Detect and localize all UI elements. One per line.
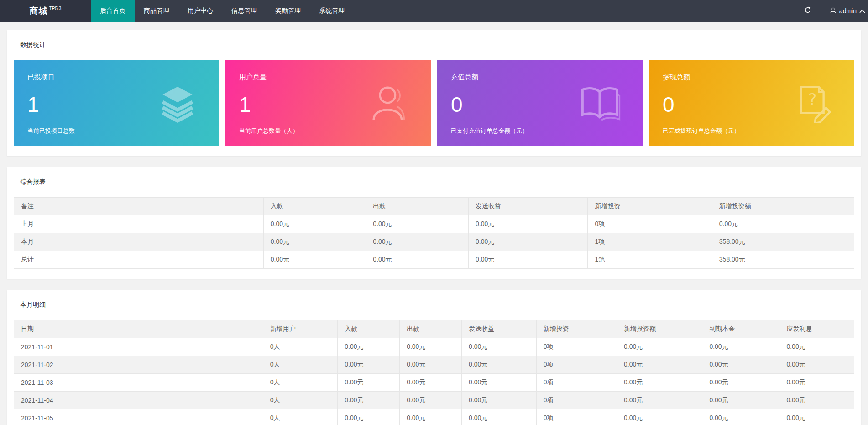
- column-header: 出款: [400, 320, 462, 338]
- detail-panel: 本月明细 日期新增用户入款出款发送收益新增投资新增投资额到期本金应发利息2021…: [7, 290, 861, 425]
- user-icon: [830, 7, 837, 15]
- table-cell: 0.00元: [462, 338, 537, 356]
- refresh-button[interactable]: [794, 0, 821, 22]
- table-cell: 0.00元: [468, 233, 587, 251]
- stat-cards-row: 已投项目1当前已投项目总数用户总量1当前用户总数量（人）充值总额0已支付充值订单…: [14, 60, 854, 146]
- table-cell: 1项: [588, 233, 712, 251]
- table-row: 2021-11-020人0.00元0.00元0.00元0项0.00元0.00元0…: [14, 356, 854, 374]
- column-header: 入款: [338, 320, 400, 338]
- table-cell: 0.00元: [400, 356, 462, 374]
- table-cell: 0.00元: [617, 392, 702, 409]
- table-cell: 0.00元: [779, 338, 854, 356]
- column-header: 发送收益: [468, 198, 587, 215]
- person-icon: [369, 83, 409, 123]
- table-cell: 0人: [263, 409, 338, 425]
- main-menu: 后台首页商品管理用户中心信息管理奖励管理系统管理: [91, 0, 794, 22]
- table-cell: 2021-11-05: [14, 409, 263, 425]
- table-cell: 0人: [263, 374, 338, 392]
- table-cell: 0项: [536, 374, 617, 392]
- report-panel: 综合报表 备注入款出款发送收益新增投资新增投资额上月0.00元0.00元0.00…: [7, 167, 861, 279]
- svg-text:?: ?: [808, 90, 817, 109]
- table-cell: 0项: [588, 215, 712, 233]
- table-cell: 0.00元: [702, 409, 779, 425]
- table-cell: 1笔: [588, 251, 712, 269]
- stat-card-desc: 当前已投项目总数: [27, 127, 205, 135]
- table-cell: 0项: [536, 409, 617, 425]
- stat-card-title: 已投项目: [27, 73, 205, 82]
- user-menu[interactable]: admin: [821, 0, 868, 22]
- table-cell: 0.00元: [263, 251, 366, 269]
- table-cell: 0.00元: [338, 356, 400, 374]
- stat-card-desc: 已支付充值订单总金额（元）: [451, 127, 629, 135]
- table-cell: 0.00元: [468, 251, 587, 269]
- chevron-up-icon: [859, 7, 865, 15]
- nav-item-1[interactable]: 商品管理: [135, 0, 178, 22]
- table-cell: 0.00元: [617, 374, 702, 392]
- detail-panel-title: 本月明细: [20, 301, 854, 309]
- table-cell: 0.00元: [462, 409, 537, 425]
- stat-card-3[interactable]: 提现总额0已完成提现订单总金额（元）?: [649, 60, 854, 146]
- table-cell: 0.00元: [468, 215, 587, 233]
- table-cell: 0.00元: [617, 356, 702, 374]
- table-cell: 0.00元: [617, 338, 702, 356]
- column-header: 日期: [14, 320, 263, 338]
- table-cell: 0.00元: [263, 215, 366, 233]
- app-version: TP5.3: [49, 6, 62, 11]
- stat-card-0[interactable]: 已投项目1当前已投项目总数: [14, 60, 219, 146]
- column-header: 备注: [14, 198, 264, 215]
- doc-question-icon: ?: [792, 83, 832, 123]
- book-icon: [579, 85, 621, 121]
- table-cell: 0.00元: [338, 374, 400, 392]
- table-row: 本月0.00元0.00元0.00元1项358.00元: [14, 233, 854, 251]
- table-cell: 0.00元: [366, 233, 469, 251]
- table-cell: 0.00元: [702, 392, 779, 409]
- table-cell: 本月: [14, 233, 264, 251]
- table-cell: 0.00元: [462, 392, 537, 409]
- table-cell: 0.00元: [617, 409, 702, 425]
- table-cell: 0.00元: [366, 251, 469, 269]
- username: admin: [839, 7, 857, 15]
- table-row: 上月0.00元0.00元0.00元0项0.00元: [14, 215, 854, 233]
- table-cell: 0.00元: [712, 215, 854, 233]
- table-cell: 358.00元: [712, 233, 854, 251]
- navbar-right: admin: [794, 0, 868, 22]
- table-cell: 上月: [14, 215, 264, 233]
- nav-item-2[interactable]: 用户中心: [178, 0, 222, 22]
- table-row: 2021-11-030人0.00元0.00元0.00元0项0.00元0.00元0…: [14, 374, 854, 392]
- stat-card-2[interactable]: 充值总额0已支付充值订单总金额（元）: [437, 60, 643, 146]
- nav-item-3[interactable]: 信息管理: [222, 0, 266, 22]
- nav-item-5[interactable]: 系统管理: [310, 0, 354, 22]
- table-header-row: 备注入款出款发送收益新增投资新增投资额: [14, 198, 854, 215]
- column-header: 发送收益: [462, 320, 537, 338]
- table-cell: 总计: [14, 251, 264, 269]
- table-cell: 0.00元: [366, 215, 469, 233]
- table-cell: 0.00元: [400, 392, 462, 409]
- app-title: 商城: [30, 5, 48, 17]
- table-cell: 0人: [263, 392, 338, 409]
- column-header: 新增投资: [588, 198, 712, 215]
- nav-item-4[interactable]: 奖励管理: [266, 0, 310, 22]
- app-logo[interactable]: 商城 TP5.3: [0, 0, 91, 22]
- refresh-icon: [804, 6, 812, 16]
- table-cell: 0.00元: [702, 374, 779, 392]
- nav-item-0[interactable]: 后台首页: [91, 0, 135, 22]
- table-cell: 0.00元: [338, 409, 400, 425]
- table-cell: 0.00元: [400, 374, 462, 392]
- table-cell: 0.00元: [400, 338, 462, 356]
- stats-panel: 数据统计 已投项目1当前已投项目总数用户总量1当前用户总数量（人）充值总额0已支…: [7, 30, 861, 156]
- table-row: 2021-11-040人0.00元0.00元0.00元0项0.00元0.00元0…: [14, 392, 854, 409]
- table-cell: 0.00元: [263, 233, 366, 251]
- column-header: 到期本金: [702, 320, 779, 338]
- table-cell: 358.00元: [712, 251, 854, 269]
- table-cell: 0.00元: [779, 374, 854, 392]
- table-cell: 0.00元: [779, 409, 854, 425]
- table-row: 总计0.00元0.00元0.00元1笔358.00元: [14, 251, 854, 269]
- table-cell: 0项: [536, 338, 617, 356]
- table-cell: 0人: [263, 356, 338, 374]
- stat-card-title: 充值总额: [451, 73, 629, 82]
- stat-card-1[interactable]: 用户总量1当前用户总数量（人）: [225, 60, 431, 146]
- column-header: 出款: [366, 198, 469, 215]
- detail-table: 日期新增用户入款出款发送收益新增投资新增投资额到期本金应发利息2021-11-0…: [14, 320, 854, 425]
- stat-card-title: 用户总量: [239, 73, 417, 82]
- table-row: 2021-11-050人0.00元0.00元0.00元0项0.00元0.00元0…: [14, 409, 854, 425]
